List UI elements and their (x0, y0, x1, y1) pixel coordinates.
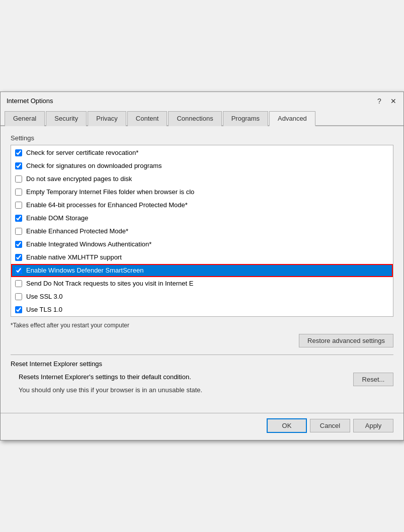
setting-checkbox[interactable] (15, 175, 22, 183)
title-bar: Internet Options ? ✕ (1, 92, 403, 109)
setting-label: Enable Enhanced Protected Mode* (26, 227, 128, 235)
tab-privacy[interactable]: Privacy (88, 111, 126, 126)
setting-checkbox[interactable] (15, 202, 22, 209)
title-bar-left: Internet Options (7, 97, 53, 105)
tab-security[interactable]: Security (46, 111, 87, 126)
setting-label: Enable Integrated Windows Authentication… (26, 240, 151, 248)
setting-item: Enable DOM Storage (11, 212, 393, 225)
setting-checkbox[interactable] (15, 189, 22, 196)
setting-checkbox[interactable] (15, 293, 22, 300)
setting-checkbox[interactable] (15, 280, 22, 287)
tab-advanced[interactable]: Advanced (269, 111, 315, 126)
content-area: Settings Check for publisher's certifica… (1, 126, 403, 411)
setting-label: Use SSL 3.0 (26, 293, 63, 300)
bottom-bar: OK Cancel Apply (1, 413, 403, 440)
footnote: *Takes effect after you restart your com… (11, 322, 393, 329)
setting-item: Send Do Not Track requests to sites you … (11, 277, 393, 290)
setting-item: Enable native XMLHTTP support (11, 251, 393, 264)
reset-group: Reset Internet Explorer settings Resets … (11, 354, 393, 395)
setting-checkbox[interactable] (15, 254, 22, 261)
internet-options-dialog: Internet Options ? ✕ General Security Pr… (0, 92, 404, 440)
tab-connections[interactable]: Connections (168, 111, 221, 126)
setting-checkbox[interactable] (15, 241, 22, 248)
setting-label: Enable 64-bit processes for Enhanced Pro… (26, 201, 188, 209)
ok-button[interactable]: OK (267, 418, 307, 433)
settings-group-box: Check for publisher's certificate revoca… (11, 145, 393, 317)
setting-label: Enable Windows Defender SmartScreen (26, 267, 143, 274)
setting-label: Use TLS 1.0 (26, 306, 62, 313)
reset-group-title: Reset Internet Explorer settings (11, 360, 393, 368)
setting-label: Send Do Not Track requests to sites you … (26, 280, 193, 287)
dialog-title: Internet Options (7, 97, 53, 105)
setting-item: Enable Enhanced Protected Mode* (11, 225, 393, 238)
setting-checkbox[interactable] (15, 149, 22, 156)
setting-label: Empty Temporary Internet Files folder wh… (26, 188, 194, 196)
setting-checkbox[interactable] (15, 215, 22, 222)
setting-checkbox[interactable] (15, 267, 22, 274)
help-button[interactable]: ? (373, 95, 385, 107)
setting-item: Do not save encrypted pages to disk (11, 172, 393, 186)
title-bar-controls: ? ✕ (373, 95, 399, 107)
setting-item: Enable Windows Defender SmartScreen (11, 264, 393, 277)
setting-label: Check for signatures on downloaded progr… (26, 162, 162, 169)
reset-desc: Resets Internet Explorer's settings to t… (19, 373, 345, 382)
restore-row: Restore advanced settings (11, 334, 393, 347)
apply-button[interactable]: Apply (353, 419, 393, 432)
setting-item: Enable Integrated Windows Authentication… (11, 238, 393, 251)
setting-item: Check for signatures on downloaded progr… (11, 159, 393, 172)
setting-item: Use SSL 3.0 (11, 290, 393, 303)
close-button[interactable]: ✕ (387, 95, 399, 107)
reset-button[interactable]: Reset... (353, 373, 393, 386)
settings-group-label: Settings (11, 134, 393, 142)
setting-checkbox[interactable] (15, 162, 22, 169)
setting-label: Do not save encrypted pages to disk (26, 175, 132, 183)
setting-checkbox[interactable] (15, 228, 22, 235)
reset-text: Resets Internet Explorer's settings to t… (19, 373, 345, 395)
restore-advanced-button[interactable]: Restore advanced settings (299, 334, 393, 347)
cancel-button[interactable]: Cancel (310, 419, 350, 432)
setting-item: Enable 64-bit processes for Enhanced Pro… (11, 199, 393, 212)
setting-label: Check for server certificate revocation* (26, 149, 138, 156)
tab-programs[interactable]: Programs (223, 111, 268, 126)
tab-general[interactable]: General (5, 111, 45, 126)
tab-content[interactable]: Content (127, 111, 168, 126)
setting-item: Check for server certificate revocation* (11, 146, 393, 159)
tab-bar: General Security Privacy Content Connect… (1, 110, 403, 126)
setting-item: Empty Temporary Internet Files folder wh… (11, 186, 393, 199)
settings-list[interactable]: Check for publisher's certificate revoca… (11, 145, 393, 316)
reset-warn: You should only use this if your browser… (19, 386, 345, 395)
setting-item: Use TLS 1.0 (11, 303, 393, 316)
setting-label: Enable native XMLHTTP support (26, 253, 122, 261)
reset-section: Resets Internet Explorer's settings to t… (19, 373, 393, 395)
setting-checkbox[interactable] (15, 306, 22, 313)
setting-label: Enable DOM Storage (26, 214, 89, 222)
